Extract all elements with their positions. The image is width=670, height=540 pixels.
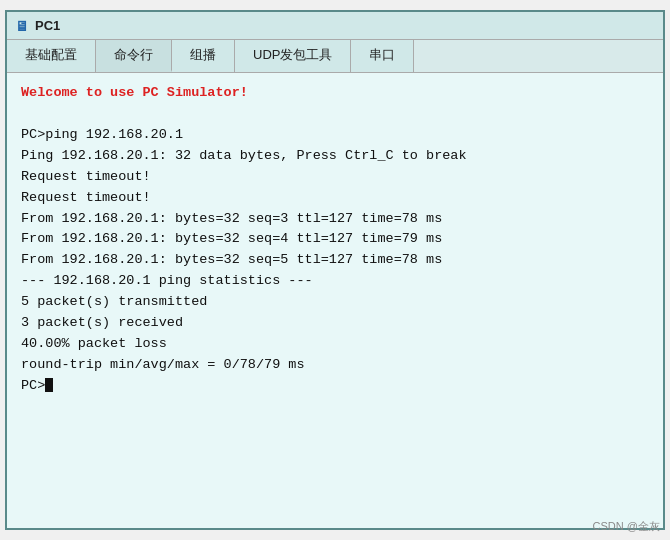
terminal-line-7: From 192.168.20.1: bytes=32 seq=5 ttl=12… (21, 250, 649, 271)
terminal-output[interactable]: Welcome to use PC Simulator!PC>ping 192.… (7, 73, 663, 528)
title-bar: 🖥 PC1 (7, 12, 663, 40)
tab-组播[interactable]: 组播 (172, 40, 235, 72)
terminal-line-12: 40.00% packet loss (21, 334, 649, 355)
terminal-line-2: Ping 192.168.20.1: 32 data bytes, Press … (21, 146, 649, 167)
tab-UDP发包工具[interactable]: UDP发包工具 (235, 40, 351, 72)
terminal-line-4: Request timeout! (21, 188, 649, 209)
watermark: CSDN @金灰 (593, 519, 660, 534)
tab-bar: 基础配置命令行组播UDP发包工具串口 (7, 40, 663, 73)
terminal-welcome: Welcome to use PC Simulator! (21, 83, 649, 104)
terminal-line-5: From 192.168.20.1: bytes=32 seq=3 ttl=12… (21, 209, 649, 230)
terminal-cursor (45, 378, 53, 392)
terminal-line-13: round-trip min/avg/max = 0/78/79 ms (21, 355, 649, 376)
terminal-line-9: --- 192.168.20.1 ping statistics --- (21, 271, 649, 292)
terminal-line-10: 5 packet(s) transmitted (21, 292, 649, 313)
terminal-line-0: PC>ping 192.168.20.1 (21, 125, 649, 146)
terminal-line-15: PC> (21, 376, 649, 397)
window-title: PC1 (35, 18, 60, 33)
terminal-line-11: 3 packet(s) received (21, 313, 649, 334)
terminal-line-6: From 192.168.20.1: bytes=32 seq=4 ttl=12… (21, 229, 649, 250)
tab-命令行[interactable]: 命令行 (96, 40, 172, 72)
tab-串口[interactable]: 串口 (351, 40, 414, 72)
main-window: 🖥 PC1 基础配置命令行组播UDP发包工具串口 Welcome to use … (5, 10, 665, 530)
tab-基础配置[interactable]: 基础配置 (7, 40, 96, 72)
window-icon: 🖥 (15, 18, 29, 34)
terminal-line-3: Request timeout! (21, 167, 649, 188)
